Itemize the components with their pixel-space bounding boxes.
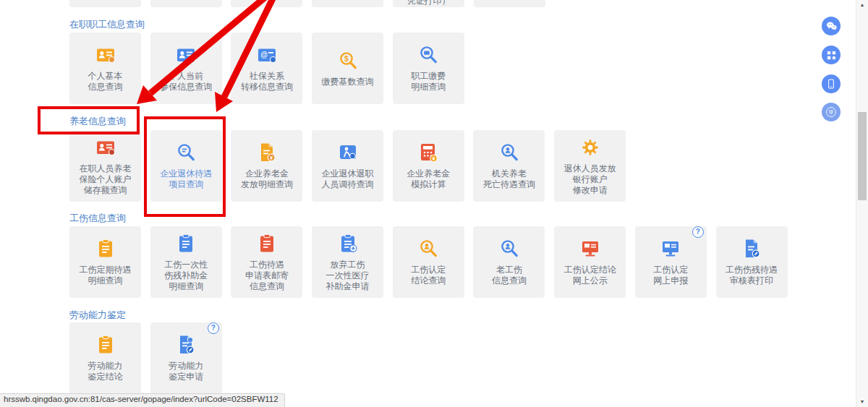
- service-card[interactable]: 个人当前参保信息查询: [150, 33, 222, 104]
- annotation-box-retirement-benefits-card: [144, 116, 226, 217]
- service-card[interactable]: ¥企业养老金发放明细查询: [231, 130, 302, 202]
- service-card[interactable]: 工伤一次性伤残补助金明细查询: [150, 226, 222, 298]
- service-card-label: 缴费基数查询: [322, 77, 374, 87]
- label-line: 工伤认定结论: [564, 265, 616, 275]
- label-line: 模拟计算: [407, 179, 450, 190]
- service-card-label: 个人基本信息查询: [88, 71, 123, 93]
- label-line: 死亡待遇查询: [483, 179, 535, 190]
- official-seal-button[interactable]: [822, 103, 841, 121]
- help-badge[interactable]: ?: [208, 322, 219, 334]
- id-card-icon: [175, 44, 197, 66]
- label-line: 企业养老金: [407, 168, 450, 179]
- service-card[interactable]: 个人基本信息查询: [69, 33, 141, 104]
- help-badge[interactable]: ?: [692, 226, 704, 238]
- service-card[interactable]: 职工缴费明细查询: [393, 33, 464, 104]
- wechat-icon: [825, 20, 838, 33]
- section-card-row: 工伤定期待遇明细查询工伤一次性伤残补助金明细查询工伤待遇申请表邮寄信息查询放弃工…: [69, 226, 788, 298]
- scrollbar-down-arrow[interactable]: ▼: [856, 397, 868, 407]
- service-card[interactable]: 工伤认定网上申报?: [635, 226, 707, 298]
- service-card-label: 职工缴费明细查询: [411, 71, 446, 93]
- doc-money-icon: ¥: [256, 142, 278, 163]
- label-line: 网上申报: [653, 275, 688, 286]
- service-card[interactable]: 工伤待遇申请表邮寄信息查询: [231, 226, 302, 298]
- service-card-label: 社保关系转移信息查询: [241, 71, 293, 93]
- label-line: 放弃工伤: [326, 260, 370, 270]
- partial-service-card[interactable]: [474, 0, 545, 7]
- service-card-label: 放弃工伤一次性医疗补助金申请: [326, 260, 370, 292]
- service-card-label: 在职人员养老保险个人账户储存额查询: [80, 163, 132, 196]
- label-line: 在职人员养老: [80, 163, 132, 174]
- scrollbar-thumb[interactable]: [858, 112, 867, 200]
- label-line: 劳动能力: [169, 361, 203, 372]
- service-card[interactable]: $缴费基数查询: [312, 33, 383, 104]
- doc-shield-icon: [175, 334, 197, 356]
- label-line: 工伤伤残待遇: [726, 265, 778, 275]
- label-line: 补助金申请: [326, 281, 370, 292]
- label-line: 机关养老: [483, 168, 535, 179]
- service-card[interactable]: 工伤伤残待遇审核表打印: [716, 226, 788, 298]
- mobile-app-button[interactable]: [822, 74, 841, 93]
- service-card[interactable]: 工伤认定结论查询: [393, 226, 464, 298]
- mag-person-icon: [417, 238, 439, 260]
- id-card-icon: [95, 137, 116, 158]
- label-line: 银行账户: [564, 174, 616, 185]
- qr-group-button[interactable]: [822, 46, 841, 64]
- mag-person-icon: [498, 238, 520, 260]
- wechat-button[interactable]: [822, 17, 841, 35]
- label-line: 个人当前: [160, 71, 212, 82]
- label-line: 参保信息查询: [160, 82, 212, 93]
- service-card[interactable]: 退休人员发放银行账户修改申请: [554, 130, 626, 202]
- service-card[interactable]: ¥企业养老金模拟计算: [393, 130, 464, 202]
- service-card[interactable]: 企业退休退职人员调待查询: [312, 130, 383, 202]
- label-line: 一次性医疗: [326, 270, 370, 281]
- service-card[interactable]: @社保关系转移信息查询: [231, 33, 302, 104]
- label-line: 社保关系: [241, 71, 293, 82]
- label-line: 工伤认定: [653, 265, 688, 275]
- official-seal-icon: [825, 106, 838, 119]
- service-card[interactable]: 机关养老死亡待遇查询: [473, 130, 545, 202]
- service-card-label: 工伤待遇申请表邮寄信息查询: [245, 260, 289, 292]
- service-card-label: 工伤认定网上申报: [653, 265, 688, 286]
- section-card-row: 劳动能力鉴定结论劳动能力鉴定申请?: [69, 322, 222, 394]
- scrollbar-up-arrow[interactable]: ▲: [856, 0, 868, 10]
- label-line: 明细查询: [164, 281, 208, 292]
- service-card-label: 劳动能力鉴定结论: [88, 361, 123, 382]
- label-line: 明细查询: [80, 275, 132, 286]
- service-card[interactable]: 在职人员养老保险个人账户储存额查询: [69, 130, 141, 202]
- clipboard-icon: [95, 238, 116, 260]
- svg-text:$: $: [344, 53, 349, 62]
- calculator-icon: ¥: [417, 142, 439, 163]
- service-card[interactable]: 劳动能力鉴定结论: [69, 322, 141, 394]
- label-line: 退休人员发放: [564, 163, 616, 174]
- partial-service-card[interactable]: [231, 0, 302, 7]
- annotation-box-pension-title: [38, 106, 140, 134]
- partial-service-card[interactable]: [150, 0, 222, 7]
- status-bar-url: hrsswb.qingdao.gov.cn:81/cas-server/gopa…: [0, 393, 285, 407]
- clipboard-plus-icon: [337, 233, 359, 254]
- label-line: 鉴定结论: [88, 372, 123, 382]
- qr-group-icon: [826, 50, 837, 61]
- label-line: 审核表打印: [726, 275, 778, 286]
- service-card[interactable]: 老工伤信息查询: [473, 226, 545, 298]
- section-title: 工伤信息查询: [69, 212, 126, 225]
- gear-icon: [579, 137, 601, 158]
- mag-money-icon: $: [337, 50, 359, 72]
- service-card-label: 工伤伤残待遇审核表打印: [726, 265, 778, 286]
- section-card-row: 个人基本信息查询个人当前参保信息查询@社保关系转移信息查询$缴费基数查询职工缴费…: [69, 33, 464, 104]
- service-card[interactable]: 工伤定期待遇明细查询: [69, 226, 141, 298]
- services-page: 凭证打印） 在职职工信息查询个人基本信息查询个人当前参保信息查询@社保关系转移信…: [0, 0, 868, 407]
- label-line: 企业退休退职: [322, 168, 374, 179]
- label-line: 劳动能力: [88, 361, 123, 372]
- service-card[interactable]: 工伤认定结论网上公示: [554, 226, 626, 298]
- service-card[interactable]: 放弃工伤一次性医疗补助金申请: [312, 226, 383, 298]
- partial-service-card[interactable]: [69, 0, 141, 7]
- partial-service-card[interactable]: 凭证打印）: [393, 0, 464, 7]
- monitor-icon: [579, 238, 601, 260]
- vertical-scrollbar: ▲ ▼: [856, 0, 868, 407]
- service-card-label: 工伤定期待遇明细查询: [80, 265, 132, 286]
- partial-service-card[interactable]: [312, 0, 383, 7]
- label-line: 个人基本: [88, 71, 123, 82]
- card-at-icon: @: [256, 44, 278, 66]
- service-card[interactable]: 劳动能力鉴定申请?: [150, 322, 222, 394]
- label-line: 工伤认定: [411, 265, 446, 275]
